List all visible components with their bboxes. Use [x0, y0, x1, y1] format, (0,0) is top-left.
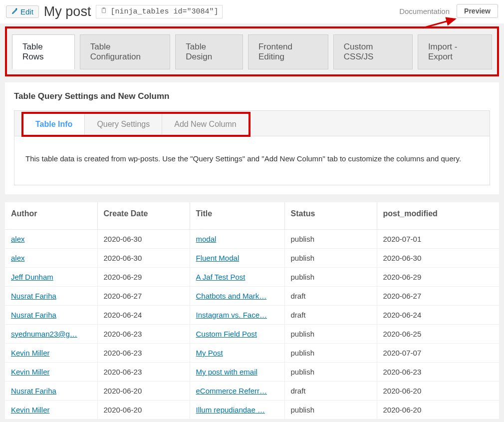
author-link[interactable]: alex [11, 254, 25, 262]
author-link[interactable]: Nusrat Fariha [11, 387, 56, 395]
author-link[interactable]: Kevin Miller [11, 406, 50, 414]
create-date-cell: 2020-06-29 [97, 268, 190, 287]
status-cell: publish [284, 401, 377, 420]
table-row: alex2020-06-30Fluent Modalpublish2020-06… [5, 249, 499, 268]
shortcode-box[interactable]: [ninja_tables id="3084"] [96, 5, 223, 18]
title-link[interactable]: My Post [196, 349, 223, 357]
post-modified-cell: 2020-06-25 [377, 325, 499, 344]
author-link[interactable]: Kevin Miller [11, 349, 50, 357]
page-title: My post [44, 4, 91, 19]
title-link[interactable]: A Jaf Test Post [196, 273, 246, 281]
tab-table-configuration[interactable]: Table Configuration [80, 34, 171, 69]
title-link[interactable]: Instagram vs. Face… [196, 311, 267, 319]
post-modified-cell: 2020-06-20 [377, 401, 499, 420]
tab-table-design[interactable]: Table Design [175, 34, 243, 69]
create-date-cell: 2020-06-23 [97, 344, 190, 363]
edit-button[interactable]: Edit [6, 5, 39, 18]
status-cell: publish [284, 249, 377, 268]
status-cell: publish [284, 325, 377, 344]
table-row: Kevin Miller2020-06-23My post with email… [5, 363, 499, 382]
column-header-title[interactable]: Title [190, 202, 284, 230]
sub-tabs-head: Table InfoQuery SettingsAdd New Column [14, 111, 490, 136]
top-right: Documentation Preview [399, 4, 498, 18]
author-link[interactable]: Jeff Dunham [11, 273, 53, 281]
status-cell: publish [284, 268, 377, 287]
sub-tabs-highlight-box: Table InfoQuery SettingsAdd New Column [21, 112, 251, 137]
table-row: Nusrat Fariha2020-06-24Instagram vs. Fac… [5, 306, 499, 325]
title-link[interactable]: Fluent Modal [196, 254, 240, 262]
table-row: Nusrat Fariha2020-06-27Chatbots and Mark… [5, 287, 499, 306]
status-cell: publish [284, 344, 377, 363]
post-modified-cell: 2020-06-27 [377, 287, 499, 306]
post-modified-cell: 2020-06-29 [377, 268, 499, 287]
edit-label: Edit [20, 7, 33, 16]
author-link[interactable]: syednuman23@g… [11, 330, 77, 338]
post-modified-cell: 2020-06-20 [377, 382, 499, 401]
table-row: Kevin Miller2020-06-23My Postpublish2020… [5, 344, 499, 363]
preview-button[interactable]: Preview [457, 4, 498, 18]
status-cell: draft [284, 287, 377, 306]
table-row: alex2020-06-30modalpublish2020-07-01 [5, 230, 499, 249]
subtab-query-settings[interactable]: Query Settings [85, 114, 162, 135]
column-header-create-date[interactable]: Create Date [97, 202, 190, 230]
create-date-cell: 2020-06-27 [97, 287, 190, 306]
create-date-cell: 2020-06-24 [97, 306, 190, 325]
post-modified-cell: 2020-06-23 [377, 363, 499, 382]
pencil-icon [11, 7, 18, 16]
tab-frontend-editing[interactable]: Frontend Editing [248, 34, 328, 69]
column-header-post-modified[interactable]: post_modified [377, 202, 499, 230]
post-modified-cell: 2020-07-07 [377, 344, 499, 363]
column-header-status[interactable]: Status [284, 202, 377, 230]
title-link[interactable]: modal [196, 235, 217, 243]
post-modified-cell: 2020-07-01 [377, 230, 499, 249]
table-row: Kevin Miller2020-06-20Illum repudiandae … [5, 401, 499, 420]
title-link[interactable]: Chatbots and Mark… [196, 292, 267, 300]
post-modified-cell: 2020-06-24 [377, 306, 499, 325]
shortcode-text: [ninja_tables id="3084"] [110, 7, 218, 16]
top-bar: Edit My post [ninja_tables id="3084"] Do… [0, 0, 504, 23]
author-link[interactable]: Nusrat Fariha [11, 292, 56, 300]
main-tabs-highlight-box: Table RowsTable ConfigurationTable Desig… [5, 26, 499, 76]
create-date-cell: 2020-06-23 [97, 363, 190, 382]
clipboard-icon [100, 6, 107, 17]
table-row: Jeff Dunham2020-06-29A Jaf Test Postpubl… [5, 268, 499, 287]
tab-table-rows[interactable]: Table Rows [12, 34, 75, 69]
create-date-cell: 2020-06-20 [97, 401, 190, 420]
table-row: syednuman23@g…2020-06-23Custom Field Pos… [5, 325, 499, 344]
table-row: Nusrat Fariha2020-06-20eCommerce Referr…… [5, 382, 499, 401]
title-link[interactable]: Illum repudiandae … [196, 406, 265, 414]
create-date-cell: 2020-06-30 [97, 230, 190, 249]
status-cell: draft [284, 306, 377, 325]
author-link[interactable]: Nusrat Fariha [11, 311, 56, 319]
title-link[interactable]: eCommerce Referr… [196, 387, 267, 395]
sub-tabs-container: Table InfoQuery SettingsAdd New Column T… [14, 110, 490, 185]
table-header-row: AuthorCreate DateTitleStatuspost_modifie… [5, 202, 499, 230]
data-table: AuthorCreate DateTitleStatuspost_modifie… [5, 202, 499, 420]
content-panel: Table Query Settings and New Column Tabl… [5, 82, 499, 194]
table-info-text: This table data is created from wp-posts… [14, 136, 490, 185]
status-cell: publish [284, 230, 377, 249]
author-link[interactable]: Kevin Miller [11, 368, 50, 376]
subtab-add-new-column[interactable]: Add New Column [162, 114, 249, 135]
author-link[interactable]: alex [11, 235, 25, 243]
main-tabs: Table RowsTable ConfigurationTable Desig… [12, 34, 492, 69]
create-date-cell: 2020-06-23 [97, 325, 190, 344]
status-cell: draft [284, 382, 377, 401]
section-heading: Table Query Settings and New Column [14, 91, 490, 101]
title-link[interactable]: Custom Field Post [196, 330, 257, 338]
data-table-wrap: AuthorCreate DateTitleStatuspost_modifie… [5, 202, 499, 420]
title-link[interactable]: My post with email [196, 368, 257, 376]
create-date-cell: 2020-06-20 [97, 382, 190, 401]
documentation-link[interactable]: Documentation [399, 7, 450, 15]
post-modified-cell: 2020-06-30 [377, 249, 499, 268]
subtab-table-info[interactable]: Table Info [23, 114, 85, 135]
column-header-author[interactable]: Author [5, 202, 97, 230]
status-cell: publish [284, 363, 377, 382]
tab-import-export[interactable]: Import - Export [418, 34, 492, 69]
tab-custom-css-js[interactable]: Custom CSS/JS [333, 34, 413, 69]
create-date-cell: 2020-06-30 [97, 249, 190, 268]
